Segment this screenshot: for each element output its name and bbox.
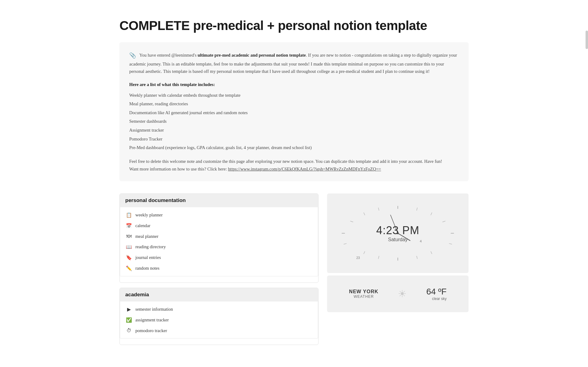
welcome-intro: 📎 You have entered @leeninmed's ultimate… [129,51,459,75]
svg-line-3 [364,213,365,215]
svg-line-13 [378,256,379,259]
weather-city: NEW YORK [349,289,379,294]
academia-section: academia ▶ semester information ✅ assign… [119,288,318,345]
semester-information-label: semester information [135,307,312,312]
features-heading: Here are a list of what this template in… [129,81,459,88]
meal-planner-icon: 🍽 [126,234,132,239]
main-content: personal documentation 📋 weekly planner … [119,193,469,350]
feature-item: Meal planner, reading directories [129,99,459,108]
clock-day: Saturday [376,237,419,242]
footer-text: Feel free to delete this welcome note an… [129,159,442,164]
feature-item: Pre-Med dashboard (experience logs, GPA … [129,143,459,152]
feature-item: Documentation like AI generated journal … [129,108,459,117]
nav-item-weekly-planner[interactable]: 📋 weekly planner [120,210,318,220]
weekly-planner-label: weekly planner [135,212,312,218]
svg-line-5 [350,221,353,222]
nav-item-reading-directory[interactable]: 📖 reading directory [120,242,318,252]
nav-item-pomodoro-tracker[interactable]: ⏱ pomodoro tracker [120,325,318,336]
meal-planner-label: meal planner [135,234,312,239]
instagram-link[interactable]: https://www.instagram.com/p/C6EkQfKAmLG/… [228,167,381,171]
svg-line-2 [417,208,417,211]
feature-item: Semester dashboards [129,117,459,126]
personal-documentation-section: personal documentation 📋 weekly planner … [119,193,318,283]
svg-line-4 [431,213,432,215]
sun-icon: ☀ [398,288,407,300]
clock-time: 4:23 PM [376,224,419,237]
weather-temperature: 64 ºF [426,287,447,297]
nav-item-meal-planner[interactable]: 🍽 meal planner [120,231,318,242]
nav-item-journal-entries[interactable]: 🔖 journal entries [120,252,318,263]
feature-item: Weekly planner with calendar embeds thro… [129,91,459,100]
svg-line-1 [378,208,379,211]
svg-line-11 [364,251,365,254]
right-panel: 4 23 4:23 PM Saturday NEW YORK WEATHER ☀… [327,193,469,350]
welcome-footer: Feel free to delete this welcome note an… [129,158,459,173]
svg-line-10 [449,244,452,244]
journal-entries-icon: 🔖 [126,255,132,260]
welcome-box: 📎 You have entered @leeninmed's ultimate… [119,42,469,181]
welcome-bold-text: ultimate pre-med academic and personal n… [198,53,306,58]
calendar-label: calendar [135,223,312,228]
left-panel: personal documentation 📋 weekly planner … [119,193,318,350]
semester-info-icon: ▶ [126,306,132,312]
svg-line-12 [431,251,432,254]
features-list: Weekly planner with calendar embeds thro… [129,91,459,152]
clock-widget: 4 23 4:23 PM Saturday [327,193,469,273]
nav-item-random-notes[interactable]: ✏️ random notes [120,263,318,274]
assignment-tracker-label: assignment tracker [135,317,312,323]
weekly-planner-icon: 📋 [126,212,132,218]
clock-time-display: 4:23 PM Saturday [376,224,419,242]
weather-description: clear sky [426,297,447,301]
calendar-icon: 📅 [126,223,132,229]
random-notes-label: random notes [135,266,312,271]
page-title: COMPLETE pre-medical + personal notion t… [119,18,469,33]
nav-item-assignment-tracker[interactable]: ✅ assignment tracker [120,315,318,325]
svg-line-14 [417,256,417,259]
pomodoro-tracker-icon: ⏱ [126,328,132,333]
journal-entries-label: journal entries [135,255,312,260]
nav-item-semester-information[interactable]: ▶ semester information [120,304,318,315]
academia-items-list: ▶ semester information ✅ assignment trac… [120,301,318,339]
feature-item: Pomodoro Tracker [129,135,459,144]
feature-item: Assignment tracker [129,126,459,135]
reading-directory-label: reading directory [135,244,312,249]
weather-location: NEW YORK WEATHER [349,289,379,299]
personal-documentation-header: personal documentation [120,194,318,207]
svg-line-7 [344,244,347,244]
link-pre-text: Want more information on how to use this… [129,167,228,171]
svg-line-8 [443,221,446,222]
academia-header: academia [120,288,318,301]
reading-directory-icon: 📖 [126,244,132,250]
assignment-tracker-icon: ✅ [126,317,132,323]
weather-label: WEATHER [349,294,379,299]
nav-item-calendar[interactable]: 📅 calendar [120,220,318,231]
personal-items-list: 📋 weekly planner 📅 calendar 🍽 meal plann… [120,207,318,276]
welcome-intro-pre: You have entered @leeninmed's [139,53,198,58]
svg-text:23: 23 [356,256,360,260]
weather-temp-section: 64 ºF clear sky [426,287,447,301]
weather-widget: NEW YORK WEATHER ☀ 64 ºF clear sky [327,275,469,312]
paperclip-icon: 📎 [129,51,136,60]
pomodoro-tracker-label: pomodoro tracker [135,328,312,333]
svg-text:4: 4 [420,240,422,243]
random-notes-icon: ✏️ [126,265,132,271]
